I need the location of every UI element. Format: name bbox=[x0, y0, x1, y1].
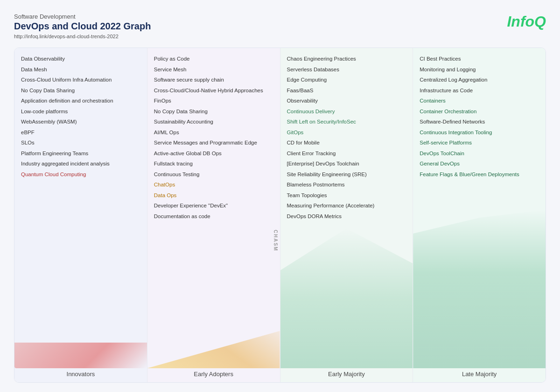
list-item: No Copy Data Sharing bbox=[21, 87, 141, 95]
list-item: Industry aggregated incident analysis bbox=[21, 160, 141, 168]
list-item: Serverless Databases bbox=[287, 66, 407, 74]
list-item: Self-service Platforms bbox=[420, 139, 540, 147]
list-item: Containers bbox=[420, 97, 540, 105]
list-item: Data Mesh bbox=[21, 66, 141, 74]
late-majority-deco bbox=[413, 210, 546, 368]
list-item: [Enterprise] DevOps Toolchain bbox=[287, 160, 407, 168]
column-late-majority: CI Best Practices Monitoring and Logging… bbox=[413, 48, 546, 382]
list-item: Developer Experience "DevEx" bbox=[154, 202, 274, 210]
list-item: Service Mesh bbox=[154, 66, 274, 74]
list-item: Data Observability bbox=[21, 55, 141, 63]
col-label-early-adopters: Early Adopters bbox=[147, 371, 280, 378]
list-item: General DevOps bbox=[420, 160, 540, 168]
list-item: Data Ops bbox=[154, 192, 274, 199]
col-label-early-majority: Early Majority bbox=[280, 371, 413, 378]
list-item: Observability bbox=[287, 97, 407, 105]
col-label-late-majority: Late Majority bbox=[413, 371, 546, 378]
list-item: Continuous Testing bbox=[154, 171, 274, 179]
list-item: DevOps ToolChain bbox=[420, 150, 540, 158]
column-innovators: Data Observability Data Mesh Cross-Cloud… bbox=[14, 48, 147, 382]
list-item: AI/ML Ops bbox=[154, 129, 274, 137]
header-subtitle: Software Development bbox=[14, 13, 151, 20]
list-item: Measuring Performance (Accelerate) bbox=[287, 202, 407, 210]
page-title: DevOps and Cloud 2022 Graph bbox=[14, 21, 151, 32]
list-item: FinOps bbox=[154, 97, 274, 105]
list-item: Continuous Delivery bbox=[287, 108, 407, 116]
infoq-logo: InfoQ bbox=[507, 13, 546, 30]
list-item: CD for Mobile bbox=[287, 139, 407, 147]
col-label-innovators: Innovators bbox=[14, 371, 147, 378]
list-item: Application definition and orchestration bbox=[21, 97, 141, 105]
list-item: Documentation as code bbox=[154, 213, 274, 220]
list-item: GitOps bbox=[287, 129, 407, 137]
list-item: Cross-Cloud Uniform Infra Automation bbox=[21, 76, 141, 84]
header-left: Software Development DevOps and Cloud 20… bbox=[14, 13, 151, 39]
list-item: No Copy Data Sharing bbox=[154, 108, 274, 116]
list-item: WebAssembly (WASM) bbox=[21, 118, 141, 126]
column-early-majority: Chaos Engineering Practices Serverless D… bbox=[280, 48, 413, 382]
list-item: Cross-Cloud/Cloud-Native Hybrid Approach… bbox=[154, 87, 274, 95]
list-item: CI Best Practices bbox=[420, 55, 540, 63]
list-item: Platform Engineering Teams bbox=[21, 150, 141, 158]
list-item: Software secure supply chain bbox=[154, 76, 274, 84]
list-item: Low-code platforms bbox=[21, 108, 141, 116]
list-item: Fullstack tracing bbox=[154, 160, 274, 168]
list-item: Sustainability Accounting bbox=[154, 118, 274, 126]
early-majority-deco bbox=[280, 228, 413, 368]
header-url: http://infoq.link/devops-and-cloud-trend… bbox=[14, 34, 151, 39]
list-item: Client Error Tracking bbox=[287, 150, 407, 158]
list-item: Infrastructure as Code bbox=[420, 87, 540, 95]
list-item: Blameless Postmortems bbox=[287, 181, 407, 189]
list-item: Quantum Cloud Computing bbox=[21, 171, 141, 179]
list-item: Continuous Integration Tooling bbox=[420, 129, 540, 137]
list-item: ChatOps bbox=[154, 181, 274, 189]
logo-info: Info bbox=[507, 13, 534, 30]
list-item: DevOps DORA Metrics bbox=[287, 213, 407, 220]
list-item: Shift Left on Security/InfoSec bbox=[287, 118, 407, 126]
list-item: Site Reliability Engineering (SRE) bbox=[287, 171, 407, 179]
page: Software Development DevOps and Cloud 20… bbox=[0, 0, 560, 392]
list-item: Policy as Code bbox=[154, 55, 274, 63]
list-item: Monitoring and Logging bbox=[420, 66, 540, 74]
list-item: Active-active Global DB Ops bbox=[154, 150, 274, 158]
chart-container: Data Observability Data Mesh Cross-Cloud… bbox=[14, 48, 546, 383]
header: Software Development DevOps and Cloud 20… bbox=[14, 13, 546, 39]
list-item: Edge Computing bbox=[287, 76, 407, 84]
list-item: Container Orchestration bbox=[420, 108, 540, 116]
column-early-adopters: Policy as Code Service Mesh Software sec… bbox=[147, 48, 280, 382]
logo-q: Q bbox=[534, 13, 546, 30]
list-item: Service Messages and Programmatic Edge bbox=[154, 139, 274, 147]
list-item: SLOs bbox=[21, 139, 141, 147]
list-item: Feature Flags & Blue/Green Deployments bbox=[420, 171, 540, 179]
innovators-deco bbox=[14, 343, 147, 368]
list-item: eBPF bbox=[21, 129, 141, 137]
list-item: Faas/BaaS bbox=[287, 87, 407, 95]
list-item: Software-Defined Networks bbox=[420, 118, 540, 126]
list-item: Centralized Log Aggregation bbox=[420, 76, 540, 84]
chasm-label: CHASM bbox=[273, 230, 278, 252]
list-item: Chaos Engineering Practices bbox=[287, 55, 407, 63]
list-item: Team Topologies bbox=[287, 192, 407, 199]
early-adopters-deco bbox=[147, 275, 280, 368]
